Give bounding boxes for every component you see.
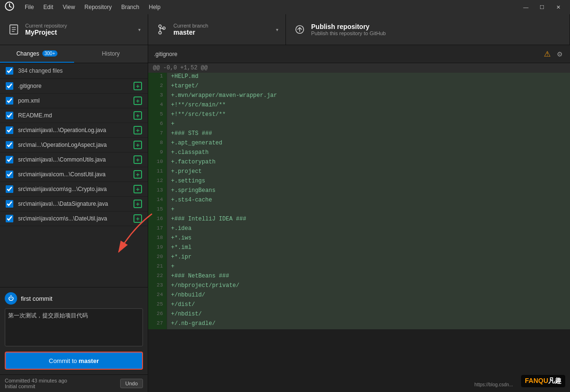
file-added-icon: + (133, 170, 142, 179)
diff-line: 14 +.sts4-cache (148, 196, 570, 206)
tab-changes[interactable]: Changes 300+ (0, 45, 74, 63)
file-row[interactable]: src\main\java\...\DataSignature.java + (0, 197, 148, 211)
menu-branch[interactable]: Branch (117, 3, 143, 11)
diff-line-content: +.mvn/wrapper/maven-wrapper.jar (167, 92, 570, 101)
minimize-button[interactable]: — (519, 0, 533, 14)
diff-line-number: 10 (148, 158, 167, 168)
file-checkbox[interactable] (6, 97, 13, 105)
file-checkbox[interactable] (6, 185, 13, 193)
diff-line-number: 4 (148, 101, 167, 111)
menu-repository[interactable]: Repository (81, 3, 115, 11)
file-row[interactable]: src\main\java\...\CommonUtils.java + (0, 153, 148, 167)
file-row[interactable]: src\main\java\...\OperationLog.java + (0, 123, 148, 138)
diff-line-number: 1 (148, 73, 167, 82)
url-bar: https://blog.csdn... (475, 382, 513, 387)
diff-line-content: +.factorypath (167, 158, 570, 168)
diff-line: 1 +HELP.md (148, 73, 570, 82)
current-repo-section[interactable]: Current repository MyProject ▾ (0, 14, 148, 45)
diff-line-content: +HELP.md (167, 73, 570, 82)
diff-line: 24 +/nbbuild/ (148, 291, 570, 301)
committed-time: Committed 43 minutes ago (5, 378, 67, 383)
file-name: pom.xml (18, 97, 133, 104)
watermark: FANQU凡趣 (521, 375, 565, 387)
commit-title-input[interactable] (21, 295, 143, 302)
publish-label: Publish repository (311, 23, 562, 30)
file-row[interactable]: src\main\java\com...\ConstUtil.java + (0, 167, 148, 182)
menu-edit[interactable]: Edit (39, 3, 57, 11)
diff-line: 18 +*.iws (148, 234, 570, 244)
file-row[interactable]: README.md + (0, 108, 148, 123)
diff-line: 2 +target/ (148, 82, 570, 92)
current-branch-section[interactable]: Current branch master ▾ (148, 14, 286, 45)
file-checkbox[interactable] (6, 126, 13, 134)
diff-line: 27 +/.nb-gradle/ (148, 320, 570, 329)
diff-line-number: 16 (148, 215, 167, 225)
publish-section[interactable]: Publish repository Publish this reposito… (286, 14, 570, 45)
repo-value: MyProject (25, 29, 134, 36)
file-checkbox[interactable] (6, 171, 13, 178)
menu-file[interactable]: File (21, 3, 38, 11)
file-checkbox[interactable] (6, 200, 13, 208)
watermark-chinese: 凡趣 (548, 377, 561, 384)
diff-line-number: 2 (148, 82, 167, 92)
diff-line-number: 7 (148, 130, 167, 139)
undo-button[interactable]: Undo (120, 379, 143, 388)
diff-line-number: 22 (148, 272, 167, 282)
diff-filename: .gitignore (154, 51, 177, 57)
publish-text: Publish repository Publish this reposito… (311, 23, 562, 36)
diff-line-content: + (167, 120, 570, 130)
diff-line-number: 5 (148, 111, 167, 120)
close-button[interactable]: ✕ (551, 0, 565, 14)
commit-button[interactable]: Commit to master (5, 352, 143, 370)
commit-status-text: Committed 43 minutes ago Initial commit (5, 378, 67, 389)
file-checkbox[interactable] (6, 82, 13, 90)
file-row[interactable]: src\main\java\com\sg...\Crypto.java + (0, 182, 148, 197)
title-bar: File Edit View Repository Branch Help — … (0, 0, 570, 14)
file-row[interactable]: pom.xml + (0, 94, 148, 108)
diff-line-content: +.springBeans (167, 187, 570, 196)
commit-header: ⏻ (5, 292, 143, 305)
file-checkbox[interactable] (6, 112, 13, 119)
svg-point-5 (159, 25, 162, 28)
file-checkbox[interactable] (6, 215, 13, 222)
diff-line: 26 +/nbdist/ (148, 310, 570, 320)
commit-avatar: ⏻ (5, 292, 17, 305)
file-added-icon: + (133, 96, 142, 105)
file-checkbox[interactable] (6, 156, 13, 163)
diff-line-number: 9 (148, 149, 167, 158)
menu-view[interactable]: View (59, 3, 79, 11)
diff-options-icon[interactable]: ⚙ (555, 49, 564, 59)
diff-line-content: + (167, 206, 570, 215)
file-checkbox[interactable] (6, 141, 13, 149)
file-row[interactable]: .gitignore + (0, 79, 148, 94)
maximize-button[interactable]: ☐ (535, 0, 549, 14)
menu-help[interactable]: Help (145, 3, 164, 11)
svg-point-6 (159, 31, 162, 34)
watermark-text: FANQU (525, 377, 548, 384)
diff-line-number: 11 (148, 168, 167, 177)
file-row[interactable]: src\main\java\com\s...\DateUtil.java + (0, 211, 148, 226)
diff-line-number: 24 (148, 291, 167, 301)
branch-text: Current branch master (173, 23, 272, 36)
diff-line-content: +!**/src/main/** (167, 101, 570, 111)
diff-lines: 1 +HELP.md 2 +target/ 3 +.mvn/wrapper/ma… (148, 73, 570, 329)
diff-line-number: 3 (148, 92, 167, 101)
file-row[interactable]: src\mai...\OperationLogAspect.java + (0, 138, 148, 153)
file-added-icon: + (133, 126, 142, 134)
file-added-icon: + (133, 111, 142, 120)
diff-line: 16 +### IntelliJ IDEA ### (148, 215, 570, 225)
sidebar-tabs: Changes 300+ History (0, 45, 148, 63)
diff-line-content: +target/ (167, 82, 570, 92)
repo-chevron-icon: ▾ (138, 27, 141, 32)
diff-line-content: +!**/src/test/** (167, 111, 570, 120)
all-files-row[interactable]: 384 changed files (0, 63, 148, 79)
select-all-checkbox[interactable] (6, 67, 13, 75)
diff-line-number: 6 (148, 120, 167, 130)
publish-icon (293, 23, 306, 36)
warning-icon: ⚠ (542, 49, 552, 59)
tab-history[interactable]: History (74, 45, 148, 63)
file-name: src\main\java\...\CommonUtils.java (18, 156, 133, 163)
diff-line: 4 +!**/src/main/** (148, 101, 570, 111)
branch-chevron-icon: ▾ (276, 27, 278, 32)
commit-description-textarea[interactable]: 第一次测试，提交原始项目代码 (5, 308, 143, 346)
